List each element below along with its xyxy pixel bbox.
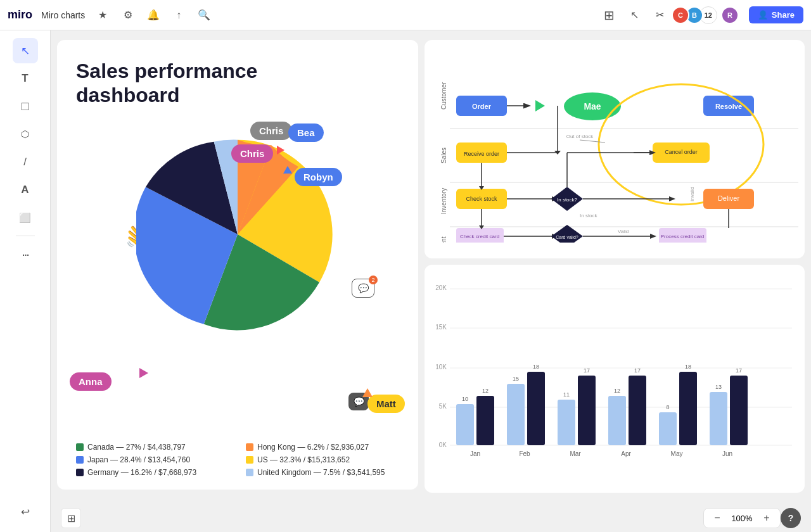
svg-text:8: 8	[666, 404, 669, 410]
svg-marker-49	[551, 225, 583, 243]
cursor-robyn	[283, 166, 292, 174]
select-tool[interactable]: ↖	[13, 38, 38, 63]
svg-text:Invalid: Invalid	[689, 187, 695, 201]
svg-text:Out of stock: Out of stock	[566, 134, 594, 139]
svg-rect-74	[527, 372, 545, 445]
flowchart-panel: Customer Sales Inventory Payment Order M…	[425, 40, 805, 258]
legend-label-uk: United Kingdom — 7.5% / $3,541,595	[257, 468, 385, 477]
svg-marker-37	[669, 196, 675, 201]
svg-rect-79	[578, 376, 596, 445]
frame-tool[interactable]: ⬜	[13, 205, 38, 231]
zoom-in-button[interactable]: +	[760, 511, 774, 525]
star-icon[interactable]: ★	[93, 5, 113, 25]
bubble-anna: Anna	[70, 372, 112, 391]
legend-dot-japan	[76, 456, 84, 464]
svg-text:11: 11	[563, 391, 570, 398]
legend-label-canada: Canada — 27% / $4,438,797	[87, 443, 186, 452]
pie-chart	[136, 133, 339, 336]
text2-tool[interactable]: A	[13, 177, 38, 203]
left-panel: Sales performancedashboard 👋	[57, 40, 418, 490]
legend-japan: Japan — 28.4% / $13,454,760	[76, 455, 236, 464]
svg-text:In stock: In stock	[580, 213, 598, 218]
panel-toggle[interactable]: ⊞	[61, 508, 81, 528]
svg-text:Mae: Mae	[584, 101, 601, 111]
zoom-out-button[interactable]: −	[710, 511, 724, 525]
svg-text:18: 18	[533, 364, 539, 370]
svg-text:Process credit card: Process credit card	[661, 234, 704, 239]
legend-canada: Canada — 27% / $4,438,797	[76, 443, 236, 452]
upload-icon[interactable]: ↑	[169, 5, 189, 25]
help-button[interactable]: ?	[781, 508, 801, 528]
chat-badge-count: 2	[369, 276, 378, 284]
svg-rect-88	[659, 412, 677, 445]
svg-text:13: 13	[715, 384, 722, 390]
svg-text:Apr: Apr	[621, 450, 631, 457]
svg-text:17: 17	[584, 367, 590, 374]
share-label: Share	[772, 10, 795, 20]
svg-text:5K: 5K	[439, 403, 447, 410]
svg-rect-93	[710, 392, 727, 445]
svg-rect-83	[608, 396, 626, 445]
chat-badge[interactable]: 💬 2	[352, 279, 374, 298]
canvas: Sales performancedashboard 👋	[51, 30, 811, 532]
bubble-matt: Matt	[367, 395, 405, 413]
svg-text:12: 12	[614, 388, 620, 394]
legend-us: US — 32.3% / $15,313,652	[246, 455, 406, 464]
topbar: miro Miro charts ★ ⚙ 🔔 ↑ 🔍 ⊞ ↖ ✂ C B 12 …	[0, 0, 811, 30]
legend-label-hongkong: Hong Kong — 6.2% / $2,936,027	[257, 443, 369, 452]
share-button[interactable]: 👤 Share	[749, 6, 803, 23]
legend-hongkong: Hong Kong — 6.2% / $2,936,027	[246, 443, 406, 452]
legend-germany: Germany — 16.2% / $7,668,973	[76, 468, 236, 477]
settings-icon[interactable]: ⚙	[118, 5, 138, 25]
svg-text:Sales: Sales	[440, 148, 447, 163]
svg-text:15K: 15K	[435, 324, 447, 331]
search-icon[interactable]: 🔍	[194, 5, 214, 25]
legend-label-japan: Japan — 28.4% / $13,454,760	[87, 455, 190, 464]
svg-text:Jan: Jan	[470, 450, 480, 457]
legend-label-germany: Germany — 16.2% / $7,668,973	[87, 468, 196, 477]
svg-rect-89	[679, 372, 697, 445]
legend-uk: United Kingdom — 7.5% / $3,541,595	[246, 468, 406, 477]
svg-text:12: 12	[482, 388, 489, 394]
svg-text:10: 10	[462, 396, 468, 402]
avatar-group: C B 12 R	[675, 6, 739, 24]
svg-text:Resolve: Resolve	[715, 103, 742, 110]
chart-legend: Canada — 27% / $4,438,797 Hong Kong — 6.…	[76, 443, 406, 477]
toolbar-divider	[16, 236, 35, 236]
pen-tool[interactable]: /	[13, 149, 38, 175]
undo-tool[interactable]: ↩	[13, 499, 38, 524]
connect-tool[interactable]: ⬡	[13, 122, 38, 147]
flowchart-svg: Customer Sales Inventory Payment Order M…	[431, 46, 798, 243]
svg-marker-10	[535, 100, 545, 111]
svg-text:Check stock: Check stock	[466, 196, 497, 202]
bar-chart-svg: 20K 15K 10K 5K 0K 10 12 Jan 15 18 Feb	[431, 277, 798, 480]
bell-icon[interactable]: 🔔	[143, 5, 163, 25]
svg-text:Feb: Feb	[519, 450, 530, 457]
avatar-3: R	[721, 6, 739, 24]
legend-label-us: US — 32.3% / $15,313,652	[257, 455, 350, 464]
svg-text:17: 17	[634, 367, 641, 374]
svg-text:Payment: Payment	[440, 236, 447, 243]
more-tool[interactable]: ···	[13, 241, 38, 267]
svg-text:Cancel order: Cancel order	[665, 149, 698, 155]
frames-icon[interactable]: ⊞	[599, 5, 620, 25]
sticky-tool[interactable]: □	[13, 94, 38, 119]
dashboard-title: Sales performancedashboard	[76, 59, 399, 108]
bar-chart-panel: 20K 15K 10K 5K 0K 10 12 Jan 15 18 Feb	[425, 265, 805, 493]
svg-text:Valid: Valid	[618, 229, 629, 234]
cursor-bea	[277, 146, 284, 155]
svg-rect-94	[730, 376, 748, 445]
bottom-bar: ⊞ − 100% + ?	[51, 504, 811, 532]
miro-logo: miro	[8, 8, 32, 22]
svg-text:20K: 20K	[435, 284, 447, 291]
svg-text:Jun: Jun	[722, 450, 732, 457]
svg-text:Check credit card: Check credit card	[460, 234, 499, 239]
text-tool[interactable]: T	[13, 66, 38, 91]
cursor-icon[interactable]: ↖	[625, 5, 645, 25]
board-title: Miro charts	[41, 10, 85, 20]
svg-rect-69	[476, 396, 494, 445]
svg-text:Mar: Mar	[570, 450, 581, 457]
svg-text:Order: Order	[472, 103, 492, 110]
cursor2-icon[interactable]: ✂	[650, 5, 670, 25]
cursor-anna	[139, 368, 148, 378]
